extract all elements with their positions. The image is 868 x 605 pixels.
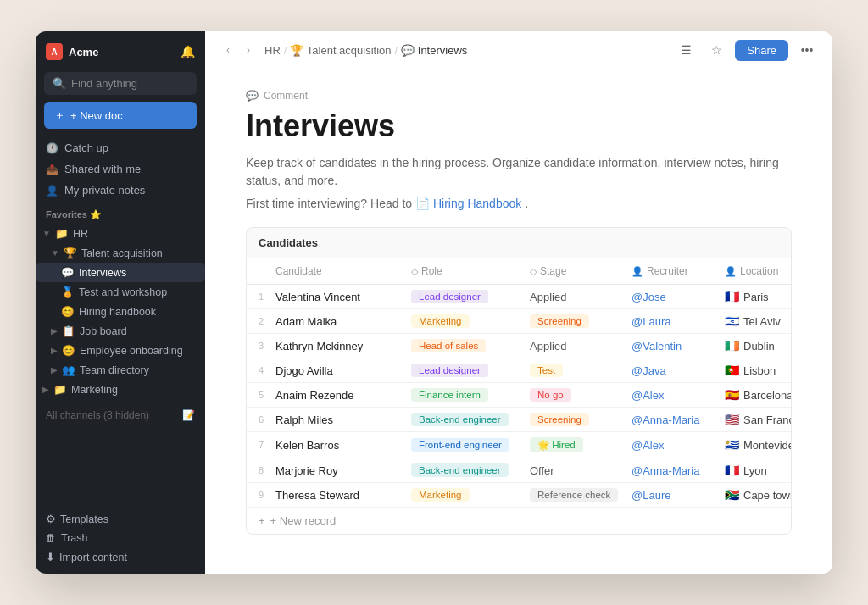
sidebar-nav: 🕐 Catch up 📤 Shared with me 👤 My private… <box>36 137 205 201</box>
tree-item-hiring-handbook[interactable]: 😊 Hiring handbook <box>36 302 205 321</box>
plus-icon: + <box>259 514 265 527</box>
recruiter-cell[interactable]: @Anna-Maria <box>632 464 725 477</box>
hiring-handbook-link[interactable]: 📄 Hiring Handbook <box>415 197 521 210</box>
medal-icon: 🏅 <box>61 286 75 298</box>
col-recruiter[interactable]: 👤 Recruiter <box>632 264 725 279</box>
location-cell: 🇫🇷 Paris <box>725 290 792 303</box>
recruiter-cell[interactable]: @Laura <box>632 315 725 328</box>
table-row[interactable]: 8 Marjorie Roy Back-end engineer Offer @… <box>247 458 791 483</box>
row-number: 9 <box>259 490 275 500</box>
role-cell: Lead designer <box>411 290 530 303</box>
person-icon: 👤 <box>46 185 58 197</box>
tree-item-test-workshop[interactable]: 🏅 Test and workshop <box>36 282 205 302</box>
flag-icon: 🇵🇹 <box>725 364 739 377</box>
sidebar-item-shared[interactable]: 📤 Shared with me <box>39 158 202 180</box>
bell-icon[interactable]: 🔔 <box>181 45 195 58</box>
favorites-label: Favorites ⭐ <box>36 201 205 224</box>
table-row[interactable]: 6 Ralph Miles Back-end engineer Screenin… <box>247 408 791 432</box>
channels-section: All channels (8 hidden) 📝 <box>36 402 205 428</box>
recruiter-cell[interactable]: @Valentin <box>632 340 725 352</box>
row-number: 7 <box>259 440 275 450</box>
sidebar-item-templates[interactable]: ⚙ Templates <box>39 509 202 529</box>
trophy-icon: 🏆 <box>64 247 77 259</box>
col-stage[interactable]: ◇ Stage <box>530 264 632 279</box>
recruiter-cell[interactable]: @Jose <box>632 291 725 303</box>
sidebar-item-trash[interactable]: 🗑 Trash <box>39 529 202 547</box>
sidebar: A Acme 🔔 🔍 Find anything ＋ + New doc 🕐 C… <box>36 31 205 574</box>
location-cell: 🇺🇸 San Francisco <box>725 413 792 426</box>
col-location[interactable]: 👤 Location <box>725 264 792 279</box>
table-row[interactable]: 9 Theresa Steward Marketing Reference ch… <box>247 483 791 508</box>
row-number: 1 <box>259 291 275 302</box>
sidebar-bottom: ⚙ Templates 🗑 Trash ⬇ Import content <box>36 502 205 574</box>
recruiter-cell[interactable]: @Alex <box>632 389 725 402</box>
star-icon[interactable]: ☆ <box>704 38 728 62</box>
role-cell: Back-end engineer <box>411 463 530 477</box>
breadcrumb-talent[interactable]: 🏆 Talent acquisition <box>290 44 391 57</box>
recruiter-icon: 👤 <box>632 266 643 277</box>
flag-icon: 🇮🇱 <box>725 314 739 328</box>
tree-item-employee-onboarding[interactable]: ▶ 😊 Employee onboarding <box>36 341 205 360</box>
stage-cell: Offer <box>530 464 632 477</box>
col-role[interactable]: ◇ Role <box>411 264 530 279</box>
stage-cell: Screening <box>530 314 632 328</box>
candidate-name: Anaim Rezende <box>275 389 411 402</box>
table-row[interactable]: 5 Anaim Rezende Finance intern No go @Al… <box>247 383 791 408</box>
table-row[interactable]: 7 Kelen Barros Front-end engineer 🌟 Hire… <box>247 432 791 458</box>
channel-add-icon[interactable]: 📝 <box>182 409 195 421</box>
new-doc-button[interactable]: ＋ + New doc <box>44 102 197 129</box>
sidebar-item-catchup[interactable]: 🕐 Catch up <box>39 137 202 158</box>
new-doc-label: + New doc <box>70 109 123 122</box>
trash-icon: 🗑 <box>46 532 57 544</box>
recruiter-cell[interactable]: @Java <box>632 364 725 377</box>
chat-icon: 💬 <box>61 266 75 279</box>
table-row[interactable]: 4 Djogo Avilla Lead designer Test @Java … <box>247 358 791 383</box>
table-column-headers: Candidate ◇ Role ◇ Stage 👤 Recruiter <box>247 258 791 285</box>
import-icon: ⬇ <box>46 551 55 563</box>
col-candidate[interactable]: Candidate <box>275 264 411 279</box>
table-row[interactable]: 2 Adam Malka Marketing Screening @Laura … <box>247 309 791 334</box>
candidate-name: Kelen Barros <box>275 439 411 452</box>
recruiter-cell[interactable]: @Alex <box>632 439 725 452</box>
new-record-button[interactable]: + + New record <box>247 508 791 534</box>
recruiter-cell[interactable]: @Laure <box>632 489 725 502</box>
more-icon[interactable]: ••• <box>795 38 819 62</box>
tree-item-job-board[interactable]: ▶ 📋 Job board <box>36 321 205 341</box>
location-cell: 🇮🇪 Dublin <box>725 339 792 352</box>
stage-icon: ◇ <box>530 266 537 277</box>
menu-icon[interactable]: ☰ <box>674 38 698 62</box>
tree-item-team-directory[interactable]: ▶ 👥 Team directory <box>36 360 205 380</box>
candidates-table: Candidates Candidate ◇ Role ◇ Stage <box>246 227 792 535</box>
share-button[interactable]: Share <box>735 40 788 61</box>
role-cell: Lead designer <box>411 364 530 377</box>
page-title: Interviews <box>246 108 792 144</box>
stage-cell: Applied <box>530 291 632 303</box>
workspace-icon: A <box>46 43 63 60</box>
page-description: Keep track of candidates in the hiring p… <box>246 154 792 190</box>
flag-icon: 🇫🇷 <box>725 463 739 477</box>
search-bar[interactable]: 🔍 Find anything <box>44 72 197 95</box>
tree-item-interviews[interactable]: 💬 Interviews <box>36 263 205 282</box>
location-cell: 🇺🇾 Montevideo <box>725 438 792 452</box>
sidebar-item-import[interactable]: ⬇ Import content <box>39 547 202 567</box>
breadcrumb-current[interactable]: 💬 Interviews <box>401 44 467 57</box>
nav-arrows: ‹ › <box>219 41 258 59</box>
flag-icon: 🇮🇪 <box>725 339 739 352</box>
table-row[interactable]: 1 Valentina Vincent Lead designer Applie… <box>247 285 791 309</box>
tree-item-talent[interactable]: ▼ 🏆 Talent acquisition <box>36 243 205 263</box>
forward-button[interactable]: › <box>239 41 258 59</box>
table-row[interactable]: 3 Kathryn Mckinney Head of sales Applied… <box>247 334 791 358</box>
workspace-name[interactable]: A Acme <box>46 43 98 60</box>
breadcrumb-hr[interactable]: HR <box>264 44 281 57</box>
flag-icon: 🇪🇸 <box>725 388 739 402</box>
tree-item-marketing[interactable]: ▶ 📁 Marketing <box>36 380 205 399</box>
tree-item-hr[interactable]: ▼ 📁 HR <box>36 224 205 243</box>
role-cell: Back-end engineer <box>411 413 530 426</box>
marketing-folder-icon: 📁 <box>53 383 67 396</box>
chevron-icon: ▶ <box>51 346 58 355</box>
stage-cell: No go <box>530 388 632 402</box>
recruiter-cell[interactable]: @Anna-Maria <box>632 414 725 426</box>
breadcrumb: HR / 🏆 Talent acquisition / 💬 Interviews <box>264 44 667 57</box>
back-button[interactable]: ‹ <box>219 41 237 59</box>
sidebar-item-private[interactable]: 👤 My private notes <box>39 180 202 201</box>
